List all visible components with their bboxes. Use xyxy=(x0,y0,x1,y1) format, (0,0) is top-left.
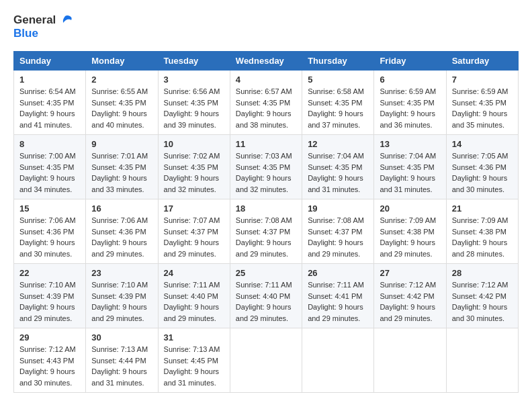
col-header-saturday: Saturday xyxy=(446,52,518,71)
day-content: Sunrise: 7:13 AM Sunset: 4:44 PM Dayligh… xyxy=(91,344,152,388)
day-cell: 8 Sunrise: 7:00 AM Sunset: 4:35 PM Dayli… xyxy=(14,135,86,199)
day-cell: 23 Sunrise: 7:10 AM Sunset: 4:39 PM Dayl… xyxy=(86,264,158,328)
day-number: 10 xyxy=(164,139,224,149)
day-content: Sunrise: 7:08 AM Sunset: 4:37 PM Dayligh… xyxy=(236,215,296,259)
day-content: Sunrise: 7:11 AM Sunset: 4:40 PM Dayligh… xyxy=(236,279,296,324)
day-number: 25 xyxy=(236,268,296,278)
day-cell: 3 Sunrise: 6:56 AM Sunset: 4:35 PM Dayli… xyxy=(158,71,230,135)
day-content: Sunrise: 6:54 AM Sunset: 4:35 PM Dayligh… xyxy=(19,86,80,130)
day-content: Sunrise: 7:12 AM Sunset: 4:43 PM Dayligh… xyxy=(19,344,80,388)
week-row-5: 29 Sunrise: 7:12 AM Sunset: 4:43 PM Dayl… xyxy=(14,328,519,393)
logo-blue: Blue xyxy=(13,27,38,40)
day-cell: 10 Sunrise: 7:02 AM Sunset: 4:35 PM Dayl… xyxy=(158,135,230,199)
day-number: 13 xyxy=(380,139,440,149)
day-number: 23 xyxy=(91,268,152,278)
day-number: 27 xyxy=(380,268,440,278)
col-header-monday: Monday xyxy=(86,52,158,71)
day-cell: 18 Sunrise: 7:08 AM Sunset: 4:37 PM Dayl… xyxy=(230,199,302,264)
day-cell: 9 Sunrise: 7:01 AM Sunset: 4:35 PM Dayli… xyxy=(86,135,158,199)
day-number: 12 xyxy=(308,139,368,149)
day-content: Sunrise: 7:13 AM Sunset: 4:45 PM Dayligh… xyxy=(164,344,224,388)
page-header: General Blue xyxy=(13,13,519,40)
day-number: 30 xyxy=(91,332,152,342)
day-cell: 15 Sunrise: 7:06 AM Sunset: 4:36 PM Dayl… xyxy=(14,199,86,264)
day-cell: 14 Sunrise: 7:05 AM Sunset: 4:36 PM Dayl… xyxy=(446,135,518,199)
day-cell: 22 Sunrise: 7:10 AM Sunset: 4:39 PM Dayl… xyxy=(14,264,86,328)
day-cell: 29 Sunrise: 7:12 AM Sunset: 4:43 PM Dayl… xyxy=(14,328,86,393)
day-cell: 1 Sunrise: 6:54 AM Sunset: 4:35 PM Dayli… xyxy=(14,71,86,135)
day-number: 21 xyxy=(452,203,513,214)
day-number: 3 xyxy=(164,75,224,85)
day-content: Sunrise: 6:59 AM Sunset: 4:35 PM Dayligh… xyxy=(452,86,513,130)
week-row-2: 8 Sunrise: 7:00 AM Sunset: 4:35 PM Dayli… xyxy=(14,135,519,199)
day-content: Sunrise: 7:11 AM Sunset: 4:40 PM Dayligh… xyxy=(164,279,224,324)
day-number: 28 xyxy=(452,268,513,278)
day-cell: 5 Sunrise: 6:58 AM Sunset: 4:35 PM Dayli… xyxy=(302,71,374,135)
day-content: Sunrise: 7:04 AM Sunset: 4:35 PM Dayligh… xyxy=(308,150,368,195)
day-cell: 20 Sunrise: 7:09 AM Sunset: 4:38 PM Dayl… xyxy=(374,199,446,264)
day-number: 9 xyxy=(91,139,152,149)
day-number: 19 xyxy=(308,203,368,214)
week-row-1: 1 Sunrise: 6:54 AM Sunset: 4:35 PM Dayli… xyxy=(14,71,519,135)
day-cell: 30 Sunrise: 7:13 AM Sunset: 4:44 PM Dayl… xyxy=(86,328,158,393)
day-content: Sunrise: 7:10 AM Sunset: 4:39 PM Dayligh… xyxy=(19,279,80,324)
day-cell: 6 Sunrise: 6:59 AM Sunset: 4:35 PM Dayli… xyxy=(374,71,446,135)
day-cell: 26 Sunrise: 7:11 AM Sunset: 4:41 PM Dayl… xyxy=(302,264,374,328)
logo-text: General Blue xyxy=(13,13,73,40)
week-row-4: 22 Sunrise: 7:10 AM Sunset: 4:39 PM Dayl… xyxy=(14,264,519,328)
day-content: Sunrise: 7:11 AM Sunset: 4:41 PM Dayligh… xyxy=(308,279,368,324)
day-content: Sunrise: 7:00 AM Sunset: 4:35 PM Dayligh… xyxy=(19,150,80,195)
day-content: Sunrise: 7:12 AM Sunset: 4:42 PM Dayligh… xyxy=(380,279,440,324)
day-cell: 27 Sunrise: 7:12 AM Sunset: 4:42 PM Dayl… xyxy=(374,264,446,328)
day-content: Sunrise: 7:03 AM Sunset: 4:35 PM Dayligh… xyxy=(236,150,296,195)
day-number: 6 xyxy=(380,75,440,85)
day-cell: 24 Sunrise: 7:11 AM Sunset: 4:40 PM Dayl… xyxy=(158,264,230,328)
day-number: 1 xyxy=(19,75,80,85)
logo-general: General xyxy=(13,13,56,27)
day-number: 5 xyxy=(308,75,368,85)
day-content: Sunrise: 6:56 AM Sunset: 4:35 PM Dayligh… xyxy=(164,86,224,130)
day-cell: 2 Sunrise: 6:55 AM Sunset: 4:35 PM Dayli… xyxy=(86,71,158,135)
day-number: 20 xyxy=(380,203,440,214)
day-number: 18 xyxy=(236,203,296,214)
day-content: Sunrise: 7:01 AM Sunset: 4:35 PM Dayligh… xyxy=(91,150,152,195)
day-number: 7 xyxy=(452,75,513,85)
day-cell: 25 Sunrise: 7:11 AM Sunset: 4:40 PM Dayl… xyxy=(230,264,302,328)
day-content: Sunrise: 7:08 AM Sunset: 4:37 PM Dayligh… xyxy=(308,215,368,259)
day-content: Sunrise: 7:05 AM Sunset: 4:36 PM Dayligh… xyxy=(452,150,513,195)
day-content: Sunrise: 7:04 AM Sunset: 4:35 PM Dayligh… xyxy=(380,150,440,195)
day-cell: 19 Sunrise: 7:08 AM Sunset: 4:37 PM Dayl… xyxy=(302,199,374,264)
day-cell: 11 Sunrise: 7:03 AM Sunset: 4:35 PM Dayl… xyxy=(230,135,302,199)
day-number: 29 xyxy=(19,332,80,342)
day-number: 15 xyxy=(19,203,80,214)
day-number: 8 xyxy=(19,139,80,149)
day-cell: 31 Sunrise: 7:13 AM Sunset: 4:45 PM Dayl… xyxy=(158,328,230,393)
day-cell xyxy=(446,328,518,393)
day-content: Sunrise: 7:06 AM Sunset: 4:36 PM Dayligh… xyxy=(91,215,152,259)
day-cell: 7 Sunrise: 6:59 AM Sunset: 4:35 PM Dayli… xyxy=(446,71,518,135)
day-number: 11 xyxy=(236,139,296,149)
day-content: Sunrise: 6:58 AM Sunset: 4:35 PM Dayligh… xyxy=(308,86,368,130)
day-cell: 4 Sunrise: 6:57 AM Sunset: 4:35 PM Dayli… xyxy=(230,71,302,135)
day-number: 22 xyxy=(19,268,80,278)
day-number: 2 xyxy=(91,75,152,85)
day-number: 14 xyxy=(452,139,513,149)
day-cell: 13 Sunrise: 7:04 AM Sunset: 4:35 PM Dayl… xyxy=(374,135,446,199)
day-content: Sunrise: 7:06 AM Sunset: 4:36 PM Dayligh… xyxy=(19,215,80,259)
col-header-wednesday: Wednesday xyxy=(230,52,302,71)
day-content: Sunrise: 7:07 AM Sunset: 4:37 PM Dayligh… xyxy=(164,215,224,259)
col-header-sunday: Sunday xyxy=(14,52,86,71)
day-cell: 16 Sunrise: 7:06 AM Sunset: 4:36 PM Dayl… xyxy=(86,199,158,264)
calendar-table: SundayMondayTuesdayWednesdayThursdayFrid… xyxy=(13,51,519,393)
day-number: 16 xyxy=(91,203,152,214)
day-cell xyxy=(374,328,446,393)
day-content: Sunrise: 7:12 AM Sunset: 4:42 PM Dayligh… xyxy=(452,279,513,324)
col-header-friday: Friday xyxy=(374,52,446,71)
day-cell: 21 Sunrise: 7:09 AM Sunset: 4:38 PM Dayl… xyxy=(446,199,518,264)
day-number: 24 xyxy=(164,268,224,278)
day-number: 31 xyxy=(164,332,224,342)
week-row-3: 15 Sunrise: 7:06 AM Sunset: 4:36 PM Dayl… xyxy=(14,199,519,264)
day-content: Sunrise: 7:09 AM Sunset: 4:38 PM Dayligh… xyxy=(380,215,440,259)
logo-bird-icon xyxy=(58,15,73,26)
day-content: Sunrise: 7:10 AM Sunset: 4:39 PM Dayligh… xyxy=(91,279,152,324)
